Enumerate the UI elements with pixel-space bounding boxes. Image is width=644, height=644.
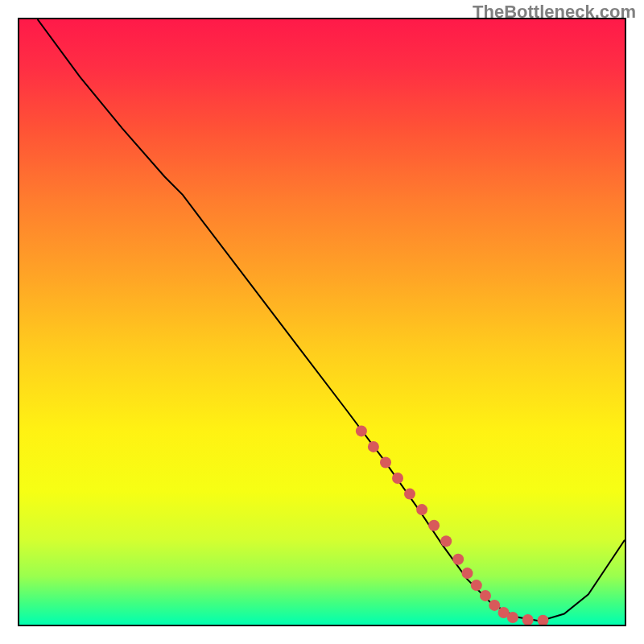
highlight-dot (428, 520, 440, 531)
highlight-dot (507, 612, 518, 623)
highlight-dot (368, 441, 379, 452)
highlight-dot (462, 568, 473, 579)
highlight-dot (416, 504, 427, 515)
highlight-dot (480, 590, 491, 601)
highlight-dot (452, 554, 464, 565)
highlight-dot (356, 425, 367, 436)
highlight-dot (392, 473, 403, 484)
chart-canvas (19, 19, 625, 625)
gradient-background (19, 19, 625, 625)
highlight-dot (440, 535, 452, 547)
highlight-dot (404, 489, 415, 500)
highlight-dot (471, 580, 482, 591)
highlight-dot (489, 600, 500, 611)
highlight-dot (380, 457, 391, 469)
